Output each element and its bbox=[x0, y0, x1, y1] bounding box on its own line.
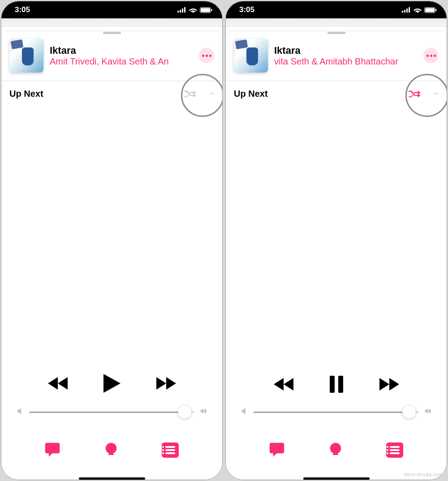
status-indicators bbox=[402, 7, 437, 13]
svg-point-12 bbox=[108, 446, 114, 451]
repeat-button[interactable] bbox=[434, 89, 439, 99]
volume-high-icon bbox=[200, 407, 207, 417]
previous-button[interactable] bbox=[274, 377, 294, 391]
play-button[interactable] bbox=[103, 373, 121, 394]
volume-low-icon bbox=[241, 407, 248, 417]
volume-track[interactable] bbox=[29, 412, 194, 413]
up-next-label: Up Next bbox=[234, 89, 268, 99]
home-indicator[interactable] bbox=[79, 477, 145, 480]
album-art[interactable] bbox=[234, 39, 268, 73]
previous-button[interactable] bbox=[48, 376, 69, 391]
status-time: 3:05 bbox=[15, 5, 30, 14]
next-button[interactable] bbox=[155, 376, 176, 391]
svg-rect-20 bbox=[330, 376, 335, 393]
svg-rect-15 bbox=[406, 9, 408, 13]
cellular-icon bbox=[402, 7, 411, 13]
svg-rect-14 bbox=[404, 10, 405, 13]
svg-rect-3 bbox=[184, 7, 185, 13]
battery-icon bbox=[424, 7, 437, 13]
svg-rect-0 bbox=[177, 11, 179, 13]
sheet-grabber[interactable] bbox=[327, 32, 345, 34]
shuffle-button[interactable] bbox=[183, 87, 197, 100]
next-button[interactable] bbox=[379, 377, 399, 391]
up-next-label: Up Next bbox=[9, 89, 43, 99]
now-playing-sheet: Iktara Amit Trivedi, Kavita Seth & An Up… bbox=[1, 32, 222, 480]
bottom-actions bbox=[1, 442, 222, 458]
phone-screen-left: 3:05 Iktara Amit Trivedi, Kavita Seth & … bbox=[1, 1, 223, 480]
svg-rect-6 bbox=[211, 9, 212, 11]
volume-thumb[interactable] bbox=[178, 405, 191, 419]
status-bar: 3:05 bbox=[226, 1, 447, 18]
bottom-actions bbox=[226, 442, 447, 458]
now-playing-row[interactable]: Iktara Amit Trivedi, Kavita Seth & An bbox=[1, 39, 222, 81]
home-indicator[interactable] bbox=[303, 477, 370, 480]
queue-button[interactable] bbox=[162, 442, 179, 458]
volume-slider[interactable] bbox=[241, 407, 431, 417]
svg-rect-18 bbox=[425, 8, 435, 12]
wifi-icon bbox=[414, 7, 422, 13]
album-art[interactable] bbox=[9, 39, 43, 73]
airplay-button[interactable] bbox=[328, 442, 343, 458]
track-title: Iktara bbox=[50, 45, 193, 56]
up-next-header: Up Next bbox=[1, 81, 222, 100]
svg-rect-13 bbox=[402, 11, 403, 13]
volume-low-icon bbox=[17, 407, 24, 417]
more-button[interactable] bbox=[199, 48, 214, 63]
svg-rect-5 bbox=[201, 8, 210, 12]
svg-point-8 bbox=[49, 449, 51, 451]
playback-controls bbox=[226, 375, 447, 394]
battery-icon bbox=[200, 7, 212, 13]
svg-rect-16 bbox=[409, 7, 410, 13]
sheet-backdrop bbox=[226, 18, 447, 26]
watermark: www.deuaq.com bbox=[404, 472, 443, 477]
svg-rect-19 bbox=[436, 9, 437, 11]
lyrics-button[interactable] bbox=[45, 442, 60, 458]
cellular-icon bbox=[177, 7, 186, 13]
playback-controls bbox=[1, 373, 222, 394]
volume-slider[interactable] bbox=[17, 407, 207, 417]
svg-point-24 bbox=[277, 446, 279, 448]
volume-track[interactable] bbox=[254, 412, 419, 413]
svg-point-27 bbox=[333, 446, 338, 451]
pause-button[interactable] bbox=[328, 375, 345, 394]
svg-rect-21 bbox=[338, 376, 343, 393]
status-indicators bbox=[177, 7, 212, 13]
wifi-icon bbox=[189, 7, 197, 13]
sheet-backdrop bbox=[1, 18, 222, 26]
track-artist: vita Seth & Amitabh Bhattachar bbox=[274, 56, 417, 67]
now-playing-row[interactable]: Iktara vita Seth & Amitabh Bhattachar bbox=[226, 39, 447, 81]
track-info: Iktara vita Seth & Amitabh Bhattachar bbox=[274, 45, 417, 67]
track-artist: Amit Trivedi, Kavita Seth & An bbox=[50, 56, 193, 67]
svg-rect-2 bbox=[182, 9, 183, 13]
status-time: 3:05 bbox=[239, 5, 254, 14]
svg-point-7 bbox=[49, 446, 51, 448]
shuffle-button[interactable] bbox=[407, 87, 422, 100]
volume-thumb[interactable] bbox=[402, 405, 416, 419]
up-next-header: Up Next bbox=[226, 81, 447, 100]
svg-point-22 bbox=[274, 446, 276, 448]
now-playing-sheet: Iktara vita Seth & Amitabh Bhattachar Up… bbox=[226, 32, 447, 480]
queue-button[interactable] bbox=[386, 442, 403, 458]
airplay-button[interactable] bbox=[103, 442, 119, 458]
status-bar: 3:05 bbox=[1, 1, 222, 18]
repeat-button[interactable] bbox=[210, 89, 214, 99]
svg-point-23 bbox=[274, 449, 276, 451]
sheet-grabber[interactable] bbox=[103, 32, 121, 34]
more-button[interactable] bbox=[423, 48, 439, 63]
track-info: Iktara Amit Trivedi, Kavita Seth & An bbox=[50, 45, 193, 67]
svg-point-9 bbox=[53, 446, 55, 448]
svg-point-10 bbox=[53, 449, 55, 451]
volume-high-icon bbox=[424, 407, 431, 417]
track-title: Iktara bbox=[274, 45, 417, 56]
svg-rect-1 bbox=[180, 10, 181, 13]
phone-screen-right: 3:05 Iktara vita Seth & Amitabh Bhattach… bbox=[225, 1, 447, 480]
svg-point-25 bbox=[277, 449, 279, 451]
lyrics-button[interactable] bbox=[269, 442, 284, 458]
